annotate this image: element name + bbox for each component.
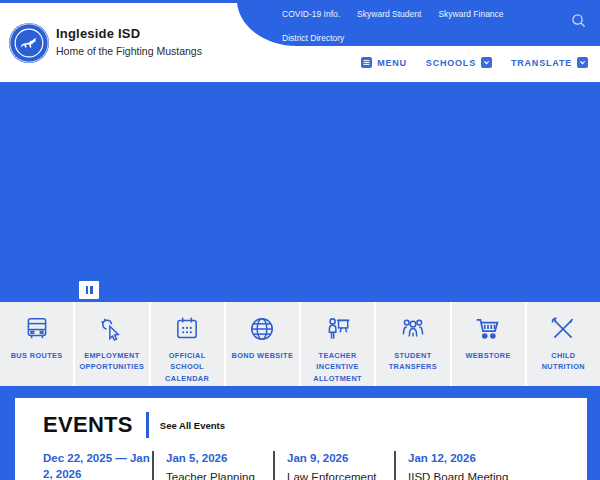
globe-icon xyxy=(248,315,276,343)
brand-block: Ingleside ISD Home of the Fighting Musta… xyxy=(56,26,202,57)
quicklink-bus-routes[interactable]: BUS ROUTES xyxy=(0,302,73,386)
bus-icon xyxy=(23,315,51,343)
event-item[interactable]: Jan 9, 2026 Law Enforcement Appreciation… xyxy=(273,451,394,480)
quicklink-official-school-calendar[interactable]: OFFICIAL SCHOOL CALENDAR xyxy=(151,302,224,386)
calendar-icon xyxy=(173,315,201,343)
schools-label: SCHOOLS xyxy=(426,58,476,68)
link-covid-info[interactable]: COVID-19 Info. xyxy=(282,9,340,19)
events-heading: EVENTS xyxy=(43,412,133,438)
district-logo mustang-badge-icon[interactable] xyxy=(8,22,50,64)
district-name: Ingleside ISD xyxy=(56,26,202,41)
event-item[interactable]: Dec 22, 2025 — Jan 2, 2026 Winter Break xyxy=(43,451,152,480)
chevron-down-icon xyxy=(577,57,588,68)
events-header: EVENTS See All Events xyxy=(43,412,587,438)
pause-bar xyxy=(90,286,93,294)
quicklink-child-nutrition[interactable]: CHILD NUTRITION xyxy=(527,302,600,386)
quicklink-bond-website[interactable]: BOND WEBSITE xyxy=(226,302,299,386)
quicklink-label: CHILD NUTRITION xyxy=(527,350,600,373)
link-skyward-student[interactable]: Skyward Student xyxy=(357,9,421,19)
event-date: Dec 22, 2025 — Jan 2, 2026 xyxy=(43,451,152,480)
heading-divider xyxy=(146,412,149,438)
quicklinks-row: BUS ROUTES EMPLOYMENT OPPORTUNITIES OFFI… xyxy=(0,302,600,386)
search-icon[interactable] xyxy=(570,12,588,30)
see-all-events-link[interactable]: See All Events xyxy=(160,420,225,431)
translate-label: TRANSLATE xyxy=(511,58,572,68)
site-header: COVID-19 Info. Skyward Student Skyward F… xyxy=(0,0,600,82)
quicklink-label: TEACHER INCENTIVE ALLOTMENT xyxy=(301,350,374,384)
main-nav: MENU SCHOOLS TRANSLATE xyxy=(361,57,588,68)
utility-bar: COVID-19 Info. Skyward Student Skyward F… xyxy=(237,0,600,46)
event-title: Law Enforcement Appreciation Day xyxy=(287,470,388,480)
cursor-click-icon xyxy=(98,315,126,343)
shopping-cart-icon xyxy=(474,315,502,343)
event-date: Jan 12, 2026 xyxy=(408,451,509,467)
quicklink-label: BOND WEBSITE xyxy=(229,350,297,361)
events-list: Dec 22, 2025 — Jan 2, 2026 Winter Break … xyxy=(43,451,587,480)
quicklink-student-transfers[interactable]: STUDENT TRANSFERS xyxy=(376,302,449,386)
event-item[interactable]: Jan 12, 2026 IISD Board Meeting xyxy=(394,451,515,480)
quicklink-label: STUDENT TRANSFERS xyxy=(376,350,449,373)
district-tagline: Home of the Fighting Mustangs xyxy=(56,45,202,57)
quicklink-label: WEBSTORE xyxy=(463,350,514,361)
schools-dropdown[interactable]: SCHOOLS xyxy=(426,57,492,68)
event-item[interactable]: Jan 5, 2026 Teacher Planning Day/Student xyxy=(152,451,273,480)
hero-slideshow[interactable] xyxy=(0,82,600,302)
quicklink-label: EMPLOYMENT OPPORTUNITIES xyxy=(75,350,148,373)
quicklink-employment-opportunities[interactable]: EMPLOYMENT OPPORTUNITIES xyxy=(75,302,148,386)
menu-label: MENU xyxy=(377,58,407,68)
link-skyward-finance[interactable]: Skyward Finance xyxy=(438,9,503,19)
people-group-icon xyxy=(399,315,427,343)
event-title: IISD Board Meeting xyxy=(408,470,509,480)
event-date: Jan 5, 2026 xyxy=(166,451,267,467)
event-title: Teacher Planning Day/Student xyxy=(166,470,267,480)
quicklink-label: BUS ROUTES xyxy=(8,350,66,361)
hamburger-icon xyxy=(361,57,372,68)
quicklink-webstore[interactable]: WEBSTORE xyxy=(452,302,525,386)
presenter-icon xyxy=(324,315,352,343)
link-district-directory[interactable]: District Directory xyxy=(282,33,344,43)
utility-links-row: COVID-19 Info. Skyward Student Skyward F… xyxy=(282,9,504,19)
fork-knife-icon xyxy=(549,315,577,343)
menu-button[interactable]: MENU xyxy=(361,57,407,68)
chevron-down-icon xyxy=(481,57,492,68)
utility-links-row-2: District Directory xyxy=(282,27,344,45)
pause-bar xyxy=(86,286,89,294)
quicklink-teacher-incentive-allotment[interactable]: TEACHER INCENTIVE ALLOTMENT xyxy=(301,302,374,386)
event-date: Jan 9, 2026 xyxy=(287,451,388,467)
events-section: EVENTS See All Events Dec 22, 2025 — Jan… xyxy=(15,398,587,480)
translate-dropdown[interactable]: TRANSLATE xyxy=(511,57,588,68)
slideshow-pause-button pause-icon[interactable] xyxy=(79,281,99,299)
quicklink-label: OFFICIAL SCHOOL CALENDAR xyxy=(151,350,224,384)
page: COVID-19 Info. Skyward Student Skyward F… xyxy=(0,0,600,480)
